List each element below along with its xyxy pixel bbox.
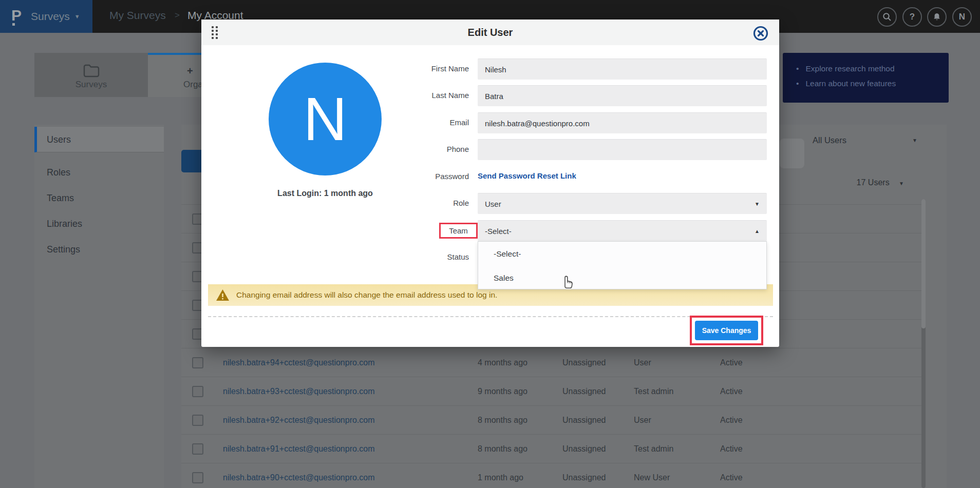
close-icon <box>753 26 768 41</box>
cell-last-login: 8 months ago <box>478 435 527 463</box>
role-value: User <box>485 200 501 208</box>
sidebar-item-settings[interactable]: Settings <box>34 237 164 262</box>
email-label: Email <box>349 118 469 127</box>
team-option-select[interactable]: -Select- <box>478 242 766 266</box>
team-option-sales[interactable]: Sales <box>478 266 766 290</box>
row-checkbox[interactable] <box>192 443 203 455</box>
table-row: nilesh.batra+91+cctest@questionpro.com 8… <box>181 434 923 463</box>
breadcrumb-my-surveys[interactable]: My Surveys <box>109 9 166 22</box>
user-menu-button[interactable]: N <box>952 7 972 27</box>
search-users-field[interactable] <box>780 139 804 168</box>
save-changes-button[interactable]: Save Changes <box>695 321 759 340</box>
cell-status: Active <box>720 463 743 488</box>
cell-role: New User <box>634 463 670 488</box>
notifications-button[interactable] <box>927 7 947 27</box>
avatar: N <box>959 12 965 22</box>
user-count-dropdown[interactable]: 17 Users ▼ <box>837 178 904 187</box>
chevron-down-icon: ▼ <box>755 193 760 214</box>
cell-role: Test admin <box>634 435 673 463</box>
email-field[interactable] <box>478 112 767 133</box>
cell-role: User <box>634 348 651 377</box>
tab-surveys-label: Surveys <box>34 80 148 90</box>
table-row: nilesh.batra+93+cctest@questionpro.com 9… <box>181 377 923 405</box>
last-name-label: Last Name <box>349 91 469 100</box>
team-dropdown-menu: -Select- Sales <box>478 241 767 289</box>
row-checkbox[interactable] <box>192 357 203 368</box>
table-row: nilesh.batra+92+cctest@questionpro.com 8… <box>181 405 923 434</box>
team-label: Team <box>449 226 468 235</box>
breadcrumb-separator: > <box>175 10 180 21</box>
search-icon <box>882 12 892 22</box>
cell-status: Active <box>720 406 743 435</box>
cell-team: Unassigned <box>562 348 606 377</box>
tab-surveys[interactable]: Surveys <box>34 53 148 97</box>
settings-sidebar: Users Roles Teams Libraries Settings <box>34 125 164 488</box>
help-button[interactable]: ? <box>902 7 922 27</box>
sidebar-item-teams[interactable]: Teams <box>34 185 164 211</box>
search-button[interactable] <box>877 7 897 27</box>
folder-icon <box>83 64 100 77</box>
warning-text: Changing email address will also change … <box>236 290 497 300</box>
cell-email[interactable]: nilesh.batra+90+cctest@questionpro.com <box>223 463 375 488</box>
scrollbar-thumb[interactable] <box>921 199 926 328</box>
modal-title: Edit User <box>201 19 779 45</box>
link-explore-research-method[interactable]: Explore research method <box>796 64 949 73</box>
cell-team: Unassigned <box>562 406 606 435</box>
cell-team: Unassigned <box>562 377 606 406</box>
row-checkbox[interactable] <box>192 415 203 426</box>
cell-email[interactable]: nilesh.batra+91+cctest@questionpro.com <box>223 435 375 463</box>
team-label-annotation: Team <box>439 223 478 239</box>
table-row: nilesh.batra+90+cctest@questionpro.com 1… <box>181 463 923 488</box>
chevron-down-icon: ▼ <box>74 13 80 19</box>
cell-status: Active <box>720 377 743 406</box>
cell-last-login: 4 months ago <box>478 348 527 377</box>
cell-role: User <box>634 406 651 435</box>
cell-team: Unassigned <box>562 435 606 463</box>
warning-icon <box>216 289 230 301</box>
phone-label: Phone <box>349 145 469 153</box>
chevron-up-icon: ▲ <box>755 221 760 242</box>
close-button[interactable] <box>753 26 768 41</box>
role-select[interactable]: User ▼ <box>478 193 767 214</box>
send-password-reset-link[interactable]: Send Password Reset Link <box>478 171 576 180</box>
product-name: Surveys <box>31 10 70 23</box>
announcements-box: Explore research method Learn about new … <box>783 53 949 103</box>
cell-email[interactable]: nilesh.batra+93+cctest@questionpro.com <box>223 377 375 406</box>
password-label: Password <box>349 172 469 181</box>
last-login-text: Last Login: 1 month ago <box>243 189 407 198</box>
questionpro-logo-icon: P <box>11 8 25 25</box>
cell-team: Unassigned <box>562 463 606 488</box>
team-select[interactable]: -Select- ▲ <box>478 220 767 241</box>
phone-field[interactable] <box>478 139 767 160</box>
footer-divider <box>208 316 773 317</box>
cell-status: Active <box>720 348 743 377</box>
cursor-pointer-icon <box>561 274 574 291</box>
row-checkbox[interactable] <box>192 472 203 483</box>
table-row: nilesh.batra+94+cctest@questionpro.com 4… <box>181 348 923 377</box>
sidebar-item-users[interactable]: Users <box>34 127 164 152</box>
last-name-field[interactable] <box>478 85 767 106</box>
cell-role: Test admin <box>634 377 673 406</box>
sidebar-item-libraries[interactable]: Libraries <box>34 211 164 237</box>
cell-last-login: 8 months ago <box>478 406 527 435</box>
modal-header: Edit User <box>201 19 779 45</box>
organization-icon: + <box>187 65 193 77</box>
first-name-label: First Name <box>349 64 469 73</box>
row-checkbox[interactable] <box>192 386 203 397</box>
app-window: P Surveys ▼ My Surveys > My Account ? N … <box>0 0 980 488</box>
cell-email[interactable]: nilesh.batra+92+cctest@questionpro.com <box>223 406 375 435</box>
link-learn-about-new-features[interactable]: Learn about new features <box>796 79 949 88</box>
status-label: Status <box>349 252 469 261</box>
first-name-field[interactable] <box>478 58 767 80</box>
cell-email[interactable]: nilesh.batra+94+cctest@questionpro.com <box>223 348 375 377</box>
cell-last-login: 1 month ago <box>478 463 523 488</box>
save-button-annotation: Save Changes <box>690 316 763 345</box>
edit-user-modal: Edit User N Last Login: 1 month ago Firs… <box>201 19 779 347</box>
help-icon: ? <box>910 12 915 22</box>
role-label: Role <box>349 199 469 207</box>
avatar-initial: N <box>303 84 347 154</box>
user-filter-dropdown[interactable]: All Users ▼ <box>813 131 925 149</box>
bell-icon <box>932 12 941 22</box>
sidebar-item-roles[interactable]: Roles <box>34 160 164 185</box>
product-switcher[interactable]: P Surveys ▼ <box>0 0 92 33</box>
